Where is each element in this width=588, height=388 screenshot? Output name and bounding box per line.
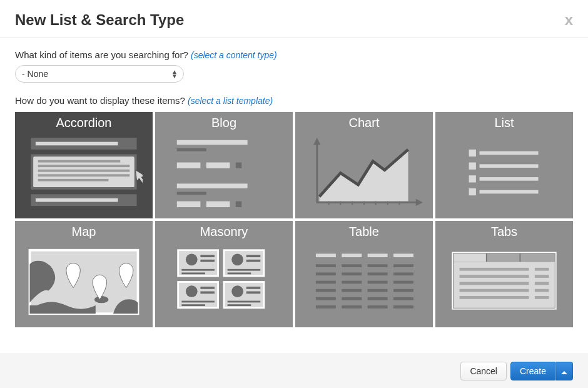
svg-rect-7 xyxy=(38,174,130,176)
svg-rect-82 xyxy=(368,289,388,292)
accordion-art xyxy=(15,134,153,218)
svg-rect-35 xyxy=(480,177,539,181)
modal-body: What kind of items are you searching for… xyxy=(0,38,588,327)
tabs-art xyxy=(435,243,573,327)
svg-rect-6 xyxy=(38,170,130,172)
svg-rect-83 xyxy=(393,289,413,292)
content-type-select-wrap: - None ▲▼ xyxy=(15,65,184,83)
close-icon[interactable]: x xyxy=(565,13,573,28)
svg-rect-95 xyxy=(520,253,555,262)
svg-rect-51 xyxy=(228,272,251,274)
tile-title: Accordion xyxy=(56,116,112,130)
svg-rect-10 xyxy=(36,198,118,202)
svg-rect-68 xyxy=(316,264,336,267)
svg-rect-78 xyxy=(368,281,388,284)
tile-title: Map xyxy=(72,225,96,239)
svg-rect-99 xyxy=(460,275,529,278)
svg-rect-91 xyxy=(393,305,413,309)
template-tile-tabs[interactable]: Tabs xyxy=(435,221,573,327)
svg-rect-73 xyxy=(342,272,362,275)
svg-rect-44 xyxy=(181,269,215,271)
svg-point-47 xyxy=(231,253,243,265)
template-hint: (select a list template) xyxy=(188,96,273,106)
template-tile-map[interactable]: Map xyxy=(15,221,153,327)
svg-point-59 xyxy=(231,285,243,297)
svg-marker-22 xyxy=(416,199,423,206)
svg-rect-43 xyxy=(200,260,215,262)
masonry-art xyxy=(155,243,293,327)
svg-rect-58 xyxy=(224,282,264,308)
svg-rect-66 xyxy=(368,253,388,257)
template-tile-masonry[interactable]: Masonry xyxy=(155,221,293,327)
svg-rect-8 xyxy=(38,179,109,181)
template-tile-table[interactable]: Table xyxy=(295,221,433,327)
svg-rect-17 xyxy=(177,192,206,195)
template-prompt-row: How do you want to display these items? … xyxy=(15,95,573,106)
svg-rect-98 xyxy=(535,268,549,271)
svg-rect-89 xyxy=(342,305,362,309)
template-grid: Accordion Blog xyxy=(15,112,573,327)
create-button[interactable]: Create xyxy=(510,362,555,380)
svg-rect-103 xyxy=(460,289,529,292)
tile-title: Tabs xyxy=(491,225,517,239)
create-button-group: Create xyxy=(510,362,573,380)
cancel-button[interactable]: Cancel xyxy=(460,362,507,380)
svg-rect-75 xyxy=(393,272,413,275)
svg-rect-4 xyxy=(38,160,121,163)
create-dropdown-toggle[interactable] xyxy=(555,362,573,380)
svg-rect-36 xyxy=(469,188,476,195)
svg-rect-93 xyxy=(454,253,486,262)
modal-header: New List & Search Type x xyxy=(0,0,588,38)
svg-rect-42 xyxy=(200,255,215,257)
svg-rect-88 xyxy=(316,305,336,309)
svg-point-53 xyxy=(186,285,198,297)
svg-rect-64 xyxy=(316,253,336,257)
tile-title: Chart xyxy=(349,116,380,130)
svg-rect-57 xyxy=(181,304,205,306)
modal-footer: Cancel Create xyxy=(0,354,588,388)
svg-rect-71 xyxy=(393,264,413,267)
svg-rect-67 xyxy=(393,253,413,257)
blog-art xyxy=(155,134,293,218)
svg-rect-74 xyxy=(368,272,388,275)
svg-rect-76 xyxy=(316,281,336,284)
svg-point-41 xyxy=(186,253,198,265)
svg-rect-33 xyxy=(480,164,539,168)
svg-rect-54 xyxy=(200,287,215,289)
svg-rect-15 xyxy=(236,163,241,168)
content-type-prompt-row: What kind of items are you searching for… xyxy=(15,49,573,60)
template-tile-chart[interactable]: Chart xyxy=(295,112,433,218)
caret-up-icon xyxy=(561,371,567,374)
svg-rect-49 xyxy=(246,260,261,262)
svg-rect-34 xyxy=(469,175,476,182)
tile-title: Masonry xyxy=(200,225,248,239)
template-tile-list[interactable]: List xyxy=(435,112,573,218)
svg-rect-79 xyxy=(393,281,413,284)
content-type-prompt: What kind of items are you searching for… xyxy=(15,49,188,60)
svg-rect-77 xyxy=(342,281,362,284)
svg-rect-94 xyxy=(487,253,520,262)
svg-rect-105 xyxy=(460,296,529,299)
svg-rect-72 xyxy=(316,272,336,275)
template-tile-blog[interactable]: Blog xyxy=(155,112,293,218)
svg-rect-65 xyxy=(342,253,362,257)
svg-rect-13 xyxy=(177,163,201,168)
template-prompt: How do you want to display these items? xyxy=(15,95,185,106)
svg-rect-69 xyxy=(342,264,362,267)
svg-rect-45 xyxy=(181,272,205,274)
svg-rect-84 xyxy=(316,297,336,300)
svg-rect-97 xyxy=(460,268,529,271)
list-art xyxy=(435,134,573,218)
svg-rect-16 xyxy=(177,183,248,188)
svg-rect-30 xyxy=(469,150,476,156)
chart-art xyxy=(295,134,433,218)
content-type-select[interactable]: - None xyxy=(15,65,184,83)
svg-rect-55 xyxy=(200,292,215,294)
svg-rect-104 xyxy=(535,289,549,292)
svg-rect-12 xyxy=(177,148,206,151)
svg-rect-1 xyxy=(36,142,118,146)
svg-rect-61 xyxy=(246,292,261,294)
svg-rect-31 xyxy=(480,151,539,155)
svg-rect-100 xyxy=(535,275,549,278)
template-tile-accordion[interactable]: Accordion xyxy=(15,112,153,218)
